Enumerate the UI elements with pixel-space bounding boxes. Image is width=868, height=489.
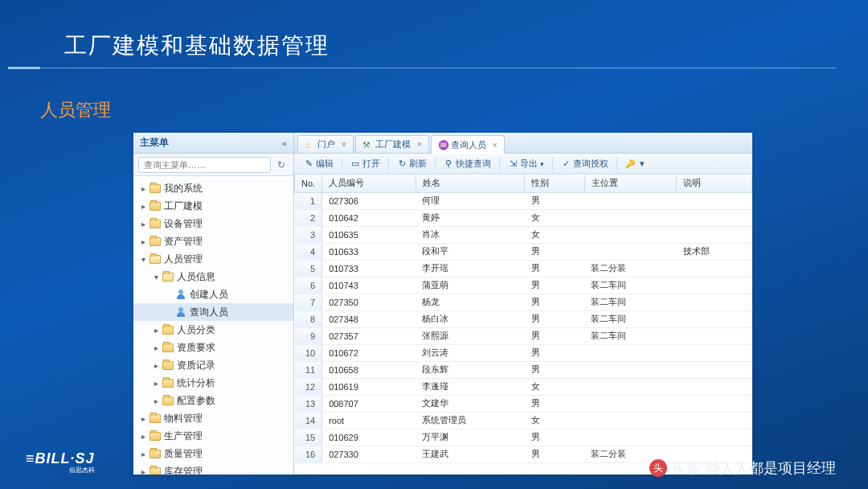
cell: 027306 — [322, 192, 416, 209]
column-header[interactable]: 姓名 — [416, 175, 525, 192]
expand-icon[interactable]: ▸ — [138, 202, 148, 211]
tree-node[interactable]: ▾人员信息 — [133, 268, 293, 286]
cell: 男 — [525, 327, 585, 344]
table-row[interactable]: 4010633段和平男技术部 — [295, 243, 752, 260]
tree-node[interactable]: ▸统计分析 — [133, 374, 293, 392]
nav-tree[interactable]: ▸我的系统▸工厂建模▸设备管理▸资产管理▾人员管理▾人员信息创建人员查询人员▸人… — [133, 176, 293, 475]
search-input[interactable] — [138, 157, 271, 173]
cell: 010672 — [322, 344, 416, 361]
tab[interactable]: ⌂门户× — [297, 135, 354, 153]
table-row[interactable]: 2010642黄婷女 — [295, 209, 752, 226]
toolbar-button[interactable]: 🔑▾ — [620, 156, 652, 172]
expand-icon[interactable]: ▸ — [138, 184, 148, 193]
expand-icon[interactable]: ▸ — [151, 379, 161, 388]
tree-node[interactable]: ▸资产管理 — [133, 232, 293, 250]
expand-icon[interactable]: ▸ — [138, 450, 148, 458]
tree-node[interactable]: 创建人员 — [133, 286, 293, 303]
tree-node[interactable]: ▾人员管理 — [133, 250, 293, 268]
toolbar-button[interactable]: ⚲快捷查询 — [439, 156, 496, 172]
close-icon[interactable]: × — [417, 140, 422, 149]
tree-node[interactable]: ▸人员分类 — [133, 321, 293, 339]
column-header[interactable]: 性别 — [525, 175, 585, 192]
expand-icon[interactable]: ▸ — [151, 343, 161, 352]
tree-label: 库存管理 — [164, 465, 203, 475]
table-row[interactable]: 8027348杨白冰男装二车间 — [295, 310, 752, 327]
expand-icon[interactable]: ▸ — [138, 220, 148, 228]
tab-label: 门户 — [317, 138, 335, 150]
close-icon[interactable]: × — [493, 141, 497, 150]
table-row[interactable]: 10010672刘云涛男 — [295, 344, 752, 361]
toolbar-button[interactable]: ▭打开 — [346, 156, 385, 172]
expand-icon[interactable]: ▸ — [151, 361, 161, 370]
table-row[interactable]: 15010629万平渊男 — [295, 429, 752, 446]
expand-icon[interactable]: ▸ — [138, 432, 148, 441]
tree-node[interactable]: ▸设备管理 — [133, 215, 293, 232]
toolbar: ✎编辑▭打开↻刷新⚲快捷查询⇲导出▾✓查询授权🔑▾ — [294, 154, 752, 175]
folder-icon — [149, 184, 161, 193]
expand-icon[interactable]: ▸ — [138, 237, 148, 246]
expand-icon[interactable]: ▸ — [138, 414, 148, 423]
cell: 010635 — [322, 226, 416, 243]
tree-node[interactable]: ▸库存管理 — [133, 462, 293, 475]
tree-node[interactable]: ▸质量管理 — [133, 445, 293, 462]
tree-node[interactable]: 查询人员 — [133, 303, 293, 321]
toolbar-icon: ✎ — [304, 159, 313, 169]
table-row[interactable]: 13008707文建华男 — [295, 395, 752, 412]
toolbar-separator — [342, 158, 342, 171]
cell: 男 — [525, 429, 585, 446]
tree-label: 人员分类 — [177, 323, 215, 337]
toolbar-button[interactable]: ✎编辑 — [299, 156, 338, 172]
toolbar-button[interactable]: ✓查询授权 — [556, 156, 613, 172]
column-header[interactable]: 人员编号 — [322, 175, 416, 192]
table-row[interactable]: 12010619李蓬瑾女 — [295, 378, 752, 395]
toolbar-button[interactable]: ⇲导出▾ — [503, 156, 549, 172]
table-row[interactable]: 14root系统管理员女 — [295, 412, 752, 429]
table-row[interactable]: 7027350杨龙男装二车间 — [295, 294, 752, 310]
table-row[interactable]: 11010658段东辉男 — [295, 361, 752, 378]
expand-icon[interactable]: ▾ — [151, 273, 161, 281]
column-header[interactable]: 主位置 — [584, 175, 677, 192]
table-row[interactable]: 9027357张熙源男装二车间 — [295, 327, 752, 344]
toolbar-label: 刷新 — [409, 158, 427, 170]
tree-node[interactable]: ▸资质记录 — [133, 356, 293, 374]
close-icon[interactable]: × — [342, 140, 346, 149]
tree-node[interactable]: ▸物料管理 — [133, 409, 293, 427]
tree-node[interactable]: ▸生产管理 — [133, 427, 293, 445]
chat-icon: ♒ — [438, 140, 448, 150]
tree-node[interactable]: ▸配置参数 — [133, 392, 293, 409]
expand-icon[interactable]: ▾ — [138, 255, 148, 264]
cell — [584, 412, 677, 429]
brand-logo: ≡BILL·SJ 佰思杰科 — [26, 450, 95, 475]
expand-icon[interactable]: ▸ — [151, 326, 161, 335]
tree-label: 资产管理 — [164, 235, 203, 249]
slide-title: 工厂建模和基础数据管理 — [64, 31, 330, 61]
cell: 女 — [525, 412, 585, 429]
tab[interactable]: ⚒工厂建模× — [355, 135, 429, 153]
expand-icon[interactable]: ▸ — [138, 467, 148, 475]
tab[interactable]: ♒查询人员× — [431, 135, 505, 154]
cell — [584, 429, 677, 446]
data-grid[interactable]: No.人员编号姓名性别主位置说明1027306何理男2010642黄婷女3010… — [294, 175, 752, 475]
tree-node[interactable]: ▸资质要求 — [133, 339, 293, 356]
app-window: 主菜单 « ↻ ▸我的系统▸工厂建模▸设备管理▸资产管理▾人员管理▾人员信息创建… — [133, 133, 752, 475]
tree-node[interactable]: ▸工厂建模 — [133, 197, 293, 215]
expand-icon[interactable]: ▸ — [151, 397, 161, 405]
column-header[interactable]: No. — [295, 175, 322, 192]
tree-label: 工厂建模 — [164, 199, 203, 213]
toolbar-separator — [616, 158, 617, 171]
table-row[interactable]: 3010635肖冰女 — [295, 226, 752, 243]
table-row[interactable]: 5010733李开瑶男装二分装 — [295, 260, 752, 277]
search-go-icon[interactable]: ↻ — [274, 158, 289, 172]
toolbar-button[interactable]: ↻刷新 — [392, 156, 432, 172]
table-row[interactable]: 6010743蒲亚萌男装二车间 — [295, 277, 752, 294]
table-row[interactable]: 1027306何理男 — [295, 192, 752, 209]
collapse-icon[interactable]: « — [282, 138, 287, 148]
cell: 男 — [525, 294, 585, 310]
cell — [584, 243, 677, 260]
tree-node[interactable]: ▸我的系统 — [133, 179, 293, 197]
cell — [677, 310, 752, 327]
cell: 装二车间 — [584, 294, 677, 310]
cell: 7 — [295, 294, 322, 310]
column-header[interactable]: 说明 — [677, 175, 752, 192]
cell — [584, 209, 677, 226]
